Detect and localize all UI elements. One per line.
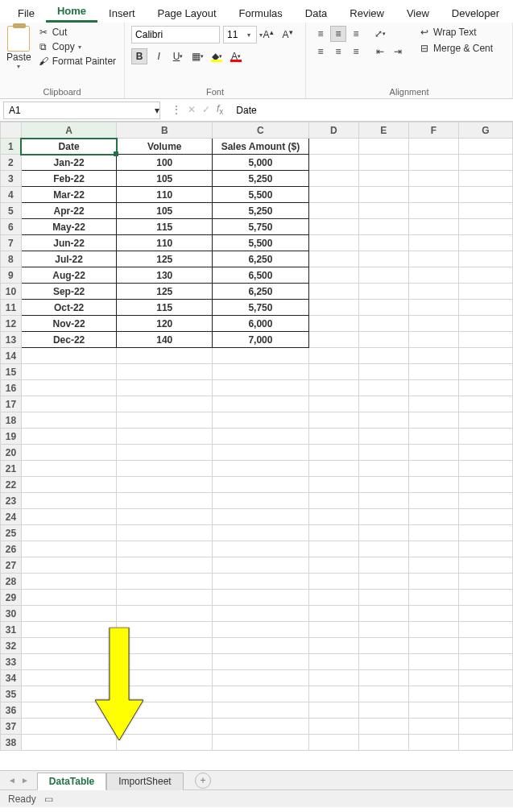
font-size-combo[interactable]: ▾: [223, 26, 257, 44]
cell[interactable]: Jun-22: [21, 235, 117, 251]
cell[interactable]: [458, 686, 512, 702]
cell[interactable]: 115: [117, 219, 213, 235]
sheet-tab-datatable[interactable]: DataTable: [37, 773, 106, 790]
cell[interactable]: 110: [117, 187, 213, 203]
cell[interactable]: [213, 493, 309, 509]
cell[interactable]: [408, 541, 458, 557]
cell[interactable]: [117, 364, 213, 380]
cell[interactable]: [408, 396, 458, 412]
cell[interactable]: [213, 719, 309, 735]
cell[interactable]: [308, 702, 358, 719]
cell[interactable]: [308, 557, 358, 574]
row-header[interactable]: 12: [1, 316, 22, 332]
cell[interactable]: [458, 155, 512, 171]
cell[interactable]: [458, 219, 512, 235]
row-header[interactable]: 19: [1, 429, 22, 445]
cell[interactable]: [21, 541, 117, 557]
cell[interactable]: [458, 719, 512, 735]
cell[interactable]: [21, 445, 117, 461]
row-header[interactable]: 16: [1, 380, 22, 396]
cell[interactable]: [458, 541, 512, 557]
cell[interactable]: [213, 525, 309, 541]
cell[interactable]: [308, 493, 358, 509]
row-header[interactable]: 3: [1, 171, 22, 187]
row-header[interactable]: 23: [1, 493, 22, 509]
cell[interactable]: [358, 316, 408, 332]
cell[interactable]: [213, 622, 309, 638]
borders-button[interactable]: ▦▾: [189, 48, 205, 64]
align-left-button[interactable]: ≡: [312, 44, 329, 60]
shrink-font-button[interactable]: A▾: [279, 27, 296, 43]
cell[interactable]: 125: [117, 284, 213, 300]
cut-button[interactable]: ✂ Cut: [36, 26, 118, 39]
cell[interactable]: [308, 187, 358, 203]
cell[interactable]: 105: [117, 203, 213, 219]
cell[interactable]: [458, 461, 512, 477]
cell[interactable]: [117, 735, 213, 751]
macro-record-icon[interactable]: ▭: [44, 793, 53, 805]
cell[interactable]: [358, 638, 408, 654]
cell[interactable]: [308, 396, 358, 412]
cell[interactable]: [117, 719, 213, 735]
cell[interactable]: [21, 590, 117, 606]
cell[interactable]: [21, 364, 117, 380]
cell[interactable]: Sep-22: [21, 284, 117, 300]
decrease-indent-button[interactable]: ⇤: [372, 44, 388, 60]
ribbon-tab-insert[interactable]: Insert: [97, 4, 147, 23]
cell[interactable]: [21, 396, 117, 412]
cell[interactable]: [408, 686, 458, 702]
column-header-C[interactable]: C: [213, 122, 309, 139]
cell[interactable]: [458, 203, 512, 219]
cell[interactable]: [408, 557, 458, 574]
cell[interactable]: [117, 412, 213, 429]
cell[interactable]: [308, 574, 358, 590]
underline-button[interactable]: U▾: [170, 48, 186, 64]
row-header[interactable]: 34: [1, 670, 22, 686]
cell[interactable]: [408, 284, 458, 300]
row-header[interactable]: 25: [1, 525, 22, 541]
cell[interactable]: 100: [117, 155, 213, 171]
row-header[interactable]: 11: [1, 300, 22, 316]
row-header[interactable]: 5: [1, 203, 22, 219]
row-header[interactable]: 30: [1, 606, 22, 622]
cell[interactable]: [358, 429, 408, 445]
cell[interactable]: [213, 509, 309, 525]
cell[interactable]: [358, 622, 408, 638]
cell[interactable]: [308, 139, 358, 155]
cell[interactable]: [358, 203, 408, 219]
cell[interactable]: [458, 396, 512, 412]
cell[interactable]: [117, 557, 213, 574]
row-header[interactable]: 22: [1, 477, 22, 493]
cell[interactable]: [213, 461, 309, 477]
cell[interactable]: [458, 412, 512, 429]
cancel-formula-button[interactable]: ✕: [188, 104, 196, 115]
cell[interactable]: [213, 412, 309, 429]
cell[interactable]: 5,250: [213, 171, 309, 187]
sheet-nav-prev[interactable]: ◄: [8, 776, 16, 785]
cell[interactable]: [458, 171, 512, 187]
cell[interactable]: [21, 380, 117, 396]
cell[interactable]: [358, 606, 408, 622]
cell[interactable]: [21, 412, 117, 429]
row-header[interactable]: 38: [1, 735, 22, 751]
font-color-button[interactable]: A▾: [228, 48, 244, 64]
cell[interactable]: 7,000: [213, 332, 309, 348]
cell[interactable]: 125: [117, 251, 213, 267]
cell[interactable]: [308, 429, 358, 445]
cell[interactable]: [21, 493, 117, 509]
cell[interactable]: [358, 493, 408, 509]
cell[interactable]: [213, 348, 309, 364]
cell[interactable]: [308, 284, 358, 300]
cell[interactable]: [213, 670, 309, 686]
cell[interactable]: [408, 429, 458, 445]
cell[interactable]: [308, 509, 358, 525]
fill-color-button[interactable]: ◆▾: [209, 48, 225, 64]
cell[interactable]: [21, 638, 117, 654]
cell[interactable]: [117, 638, 213, 654]
cell[interactable]: [308, 525, 358, 541]
cell[interactable]: [458, 187, 512, 203]
cell[interactable]: Volume: [117, 139, 213, 155]
cell[interactable]: [21, 461, 117, 477]
cell[interactable]: [408, 525, 458, 541]
cell[interactable]: [117, 429, 213, 445]
